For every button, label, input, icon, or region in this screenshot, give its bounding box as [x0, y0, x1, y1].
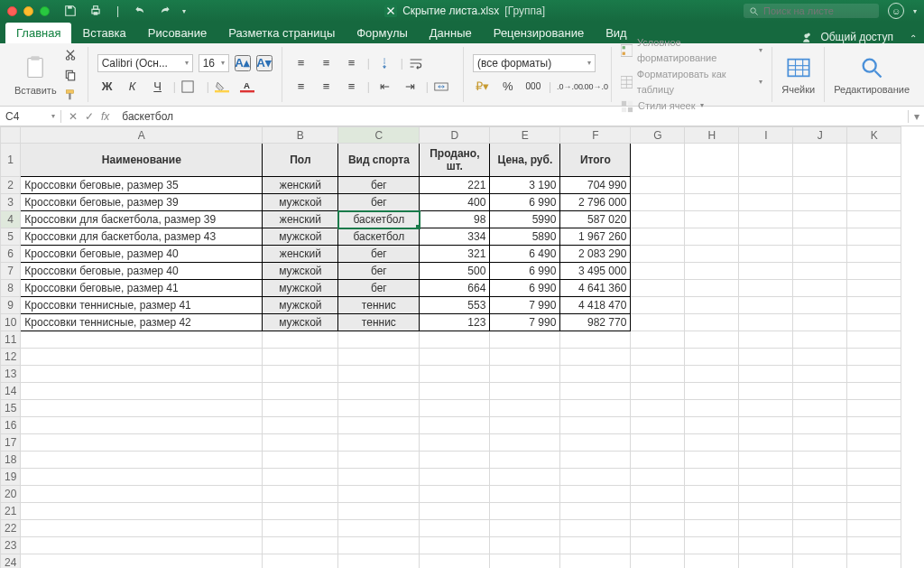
row-header[interactable]: 2	[1, 177, 21, 194]
cell[interactable]	[631, 537, 685, 554]
increase-decimal-icon[interactable]: .0→.00	[557, 78, 577, 96]
cell[interactable]	[847, 228, 901, 246]
cell[interactable]	[560, 434, 631, 452]
cell[interactable]	[739, 366, 793, 383]
cell[interactable]	[685, 314, 739, 331]
cell[interactable]	[263, 537, 338, 554]
cell[interactable]	[560, 366, 631, 383]
row-header[interactable]: 12	[1, 349, 21, 366]
cell[interactable]	[793, 263, 847, 280]
editing-button[interactable]: Редактирование	[834, 55, 910, 95]
font-size-select[interactable]: 16▾	[199, 54, 229, 72]
feedback-icon[interactable]: ☺	[888, 3, 904, 19]
row-1[interactable]: 1НаименованиеПолВид спортаПродано,шт.Цен…	[1, 144, 901, 177]
cell[interactable]	[793, 554, 847, 569]
cell[interactable]	[21, 486, 263, 503]
cell[interactable]	[631, 177, 685, 194]
cell[interactable]: женский	[263, 177, 338, 194]
cell[interactable]: Кроссовки для баскетбола, размер 39	[21, 211, 263, 228]
cell[interactable]	[338, 520, 420, 537]
cell[interactable]	[685, 263, 739, 280]
cell[interactable]: Кроссовки теннисные, размер 42	[21, 314, 263, 331]
cell[interactable]	[338, 434, 420, 452]
cell[interactable]: 4 641 360	[560, 280, 631, 297]
row-4[interactable]: 4Кроссовки для баскетбола, размер 39женс…	[1, 211, 901, 228]
cell[interactable]: бег	[338, 263, 420, 280]
cell[interactable]: 6 990	[490, 194, 560, 211]
cell[interactable]	[338, 383, 420, 400]
cell[interactable]	[263, 469, 338, 486]
close-window[interactable]	[7, 6, 17, 16]
cell[interactable]: бег	[338, 246, 420, 263]
cell[interactable]: Кроссовки беговые, размер 35	[21, 177, 263, 194]
cell[interactable]	[21, 349, 263, 366]
row-11[interactable]: 11	[1, 331, 901, 349]
cell[interactable]	[847, 144, 901, 177]
col-I[interactable]: I	[739, 127, 793, 144]
zoom-window[interactable]	[40, 6, 50, 16]
conditional-formatting[interactable]: Условное форматирование▾	[621, 35, 762, 67]
cell[interactable]	[739, 144, 793, 177]
cell[interactable]	[338, 452, 420, 469]
cell[interactable]	[847, 280, 901, 297]
cell[interactable]	[793, 177, 847, 194]
cell[interactable]	[21, 383, 263, 400]
cell[interactable]	[739, 452, 793, 469]
row-9[interactable]: 9Кроссовки теннисные, размер 41мужскойте…	[1, 297, 901, 314]
cell[interactable]: Кроссовки теннисные, размер 41	[21, 297, 263, 314]
cell[interactable]	[631, 520, 685, 537]
cell[interactable]	[847, 400, 901, 417]
cell[interactable]: 400	[420, 194, 490, 211]
cell[interactable]	[263, 434, 338, 452]
row-14[interactable]: 14	[1, 383, 901, 400]
fx-icon[interactable]: fx	[101, 110, 109, 123]
cell[interactable]	[338, 503, 420, 520]
cell[interactable]	[631, 228, 685, 246]
percent-icon[interactable]: %	[498, 78, 518, 96]
cell[interactable]	[739, 349, 793, 366]
row-6[interactable]: 6Кроссовки беговые, размер 40женскийбег3…	[1, 246, 901, 263]
row-header[interactable]: 18	[1, 452, 21, 469]
cell[interactable]: 587 020	[560, 211, 631, 228]
cell[interactable]: 5990	[490, 211, 560, 228]
col-F[interactable]: F	[560, 127, 631, 144]
cell[interactable]: 7 990	[490, 314, 560, 331]
row-header[interactable]: 23	[1, 537, 21, 554]
row-2[interactable]: 2Кроссовки беговые, размер 35женскийбег2…	[1, 177, 901, 194]
underline-button[interactable]: Ч	[148, 78, 168, 96]
sheet-search[interactable]	[744, 4, 879, 18]
cell[interactable]	[739, 486, 793, 503]
row-header[interactable]: 5	[1, 228, 21, 246]
col-K[interactable]: K	[847, 127, 901, 144]
cell[interactable]	[847, 537, 901, 554]
col-E[interactable]: E	[490, 127, 560, 144]
cell[interactable]	[847, 503, 901, 520]
cell[interactable]	[338, 469, 420, 486]
cell[interactable]	[631, 366, 685, 383]
cells-button[interactable]: Ячейки	[781, 55, 815, 95]
cell[interactable]	[739, 314, 793, 331]
cell[interactable]	[685, 280, 739, 297]
merge-cells-icon[interactable]	[434, 78, 454, 96]
cell[interactable]	[847, 366, 901, 383]
cell[interactable]	[420, 452, 490, 469]
cell[interactable]	[685, 520, 739, 537]
accept-formula-icon[interactable]: ✓	[85, 110, 94, 123]
copy-icon[interactable]	[62, 67, 79, 83]
cell[interactable]: 334	[420, 228, 490, 246]
cell[interactable]	[490, 400, 560, 417]
cell[interactable]: Итого	[560, 144, 631, 177]
cell[interactable]	[739, 177, 793, 194]
cell[interactable]	[420, 486, 490, 503]
cell[interactable]	[263, 503, 338, 520]
font-color-button[interactable]: A	[240, 78, 260, 96]
cell[interactable]: женский	[263, 211, 338, 228]
cell[interactable]	[739, 297, 793, 314]
worksheet[interactable]: A B C D E F G H I J K 1НаименованиеПолВи…	[0, 126, 924, 568]
cell[interactable]	[685, 537, 739, 554]
align-middle-icon[interactable]: ≡	[317, 54, 337, 72]
row-header[interactable]: 6	[1, 246, 21, 263]
cell[interactable]	[338, 349, 420, 366]
cell[interactable]: 500	[420, 263, 490, 280]
cell[interactable]	[739, 246, 793, 263]
